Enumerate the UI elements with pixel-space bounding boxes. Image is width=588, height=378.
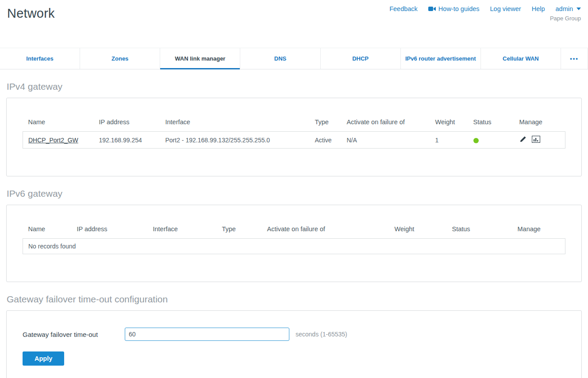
chevron-down-icon [576, 8, 581, 10]
column-header-type: Type [219, 225, 264, 239]
help-link[interactable]: Help [532, 5, 545, 12]
tab-dhcp[interactable]: DHCP [321, 48, 401, 69]
log-viewer-link[interactable]: Log viewer [490, 5, 521, 12]
column-header-manage: Manage [516, 118, 565, 132]
tab-cellular-wan[interactable]: Cellular WAN [481, 48, 561, 69]
column-header-activate-on-failure: Activate on failure of [264, 225, 391, 239]
ipv6-gateway-section: IPv6 gateway Name IP address Interface T… [6, 188, 582, 282]
admin-menu[interactable]: admin [556, 5, 581, 12]
howto-guides-link[interactable]: How-to guides [428, 5, 480, 12]
apply-button[interactable]: Apply [23, 351, 64, 366]
failover-section-heading: Gateway failover time-out configuration [7, 294, 581, 305]
column-header-name: Name [23, 118, 96, 132]
column-header-weight: Weight [432, 118, 470, 132]
tab-wan-link-manager[interactable]: WAN link manager [160, 48, 240, 69]
ipv4-gateway-section: IPv4 gateway Name IP address Interface T… [6, 81, 582, 176]
failover-config-card: Gateway failover time-out seconds (1-655… [6, 310, 582, 378]
edit-gateway-button[interactable] [519, 136, 527, 144]
page-header: Network Feedback How-to guides Log viewe… [0, 0, 588, 48]
gateway-type: Active [311, 132, 343, 149]
empty-row: No records found [23, 239, 565, 254]
failover-timeout-input[interactable] [125, 328, 289, 341]
ipv6-section-heading: IPv6 gateway [7, 188, 581, 199]
column-header-ip-address: IP address [73, 225, 150, 239]
failover-timeout-hint: seconds (1-65535) [296, 331, 347, 338]
gateway-interface: Port2 - 192.168.99.132/255.255.255.0 [162, 132, 311, 149]
tab-zones[interactable]: Zones [80, 48, 160, 69]
bar-chart-icon [532, 136, 540, 144]
column-header-activate-on-failure: Activate on failure of [343, 118, 432, 132]
table-row: DHCP_Port2_GW 192.168.99.254 Port2 - 192… [23, 132, 565, 149]
tab-bar: Interfaces Zones WAN link manager DNS DH… [0, 48, 588, 69]
more-tabs-button[interactable]: ••• [561, 48, 588, 69]
column-header-name: Name [23, 225, 73, 239]
tab-dns[interactable]: DNS [240, 48, 320, 69]
column-header-manage: Manage [514, 225, 565, 239]
ipv6-gateway-table: Name IP address Interface Type Activate … [23, 225, 565, 254]
ipv6-gateway-card: Name IP address Interface Type Activate … [6, 205, 582, 282]
column-header-interface: Interface [150, 225, 219, 239]
video-camera-icon [428, 6, 436, 11]
column-header-ip-address: IP address [96, 118, 162, 132]
status-dot [473, 138, 479, 143]
usage-chart-button[interactable] [532, 136, 540, 144]
column-header-type: Type [311, 118, 343, 132]
ipv4-section-heading: IPv4 gateway [7, 81, 581, 92]
ipv4-gateway-card: Name IP address Interface Type Activate … [6, 98, 582, 176]
header-links: Feedback How-to guides Log viewer Help a… [389, 5, 581, 12]
column-header-status: Status [470, 118, 516, 132]
gateway-ip-address: 192.168.99.254 [96, 132, 162, 149]
tab-interfaces[interactable]: Interfaces [0, 48, 80, 69]
gateway-activate-on-failure: N/A [343, 132, 432, 149]
tab-ipv6-router-advertisement[interactable]: IPv6 router advertisement [401, 48, 481, 69]
column-header-status: Status [449, 225, 514, 239]
gateway-name-link[interactable]: DHCP_Port2_GW [28, 137, 78, 144]
gateway-weight: 1 [432, 132, 470, 149]
pencil-icon [519, 136, 527, 144]
feedback-link[interactable]: Feedback [389, 5, 418, 12]
account-group-label: Pape Group [550, 15, 581, 22]
failover-config-section: Gateway failover time-out configuration … [6, 294, 582, 378]
column-header-weight: Weight [391, 225, 449, 239]
no-records-message: No records found [23, 239, 565, 254]
column-header-interface: Interface [162, 118, 311, 132]
ipv4-gateway-table: Name IP address Interface Type Activate … [23, 118, 565, 149]
failover-timeout-label: Gateway failover time-out [23, 331, 125, 338]
